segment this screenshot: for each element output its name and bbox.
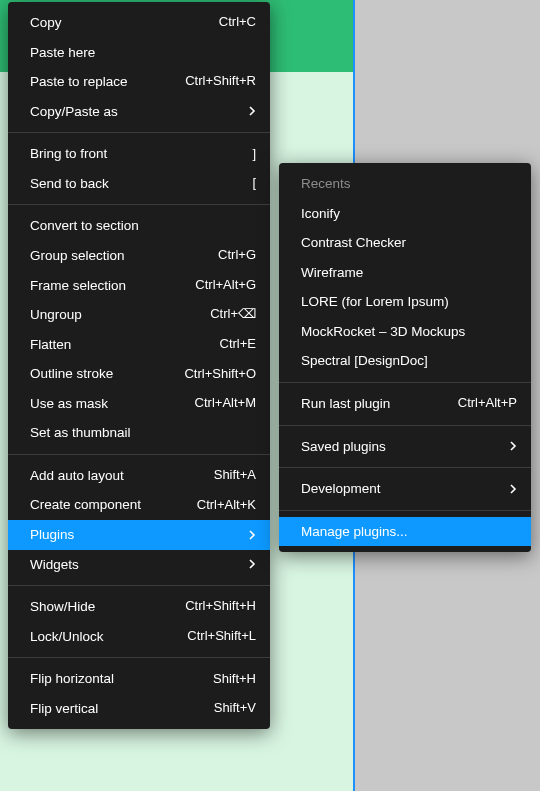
menu-item-flip-vertical[interactable]: Flip verticalShift+V [8, 694, 270, 724]
menu-separator [8, 454, 270, 455]
menu-item-recent[interactable]: LORE (for Lorem Ipsum) [279, 287, 531, 317]
menu-item-use-as-mask[interactable]: Use as maskCtrl+Alt+M [8, 389, 270, 419]
menu-item-add-auto-layout[interactable]: Add auto layoutShift+A [8, 461, 270, 491]
menu-item-lock-unlock[interactable]: Lock/UnlockCtrl+Shift+L [8, 622, 270, 652]
menu-item-label: Copy [30, 13, 201, 33]
menu-separator [8, 204, 270, 205]
menu-item-development[interactable]: Development [279, 474, 531, 504]
menu-item-paste-to-replace[interactable]: Paste to replaceCtrl+Shift+R [8, 67, 270, 97]
menu-item-recent[interactable]: Contrast Checker [279, 228, 531, 258]
menu-item-shortcut: Ctrl+Shift+R [185, 72, 256, 91]
menu-separator [8, 657, 270, 658]
chevron-right-icon [510, 484, 517, 494]
menu-item-send-to-back[interactable]: Send to back[ [8, 169, 270, 199]
menu-item-outline-stroke[interactable]: Outline strokeCtrl+Shift+O [8, 359, 270, 389]
menu-item-label: Paste to replace [30, 72, 167, 92]
menu-item-shortcut: Shift+H [213, 670, 256, 689]
menu-item-label: Paste here [30, 43, 256, 63]
menu-separator [279, 467, 531, 468]
menu-item-shortcut: Shift+V [214, 699, 256, 718]
menu-item-flatten[interactable]: FlattenCtrl+E [8, 330, 270, 360]
menu-item-shortcut: Ctrl+⌫ [210, 305, 256, 324]
menu-item-label: Send to back [30, 174, 234, 194]
menu-item-shortcut: Ctrl+Alt+P [458, 394, 517, 413]
menu-item-label: Flip horizontal [30, 669, 195, 689]
chevron-right-icon [249, 106, 256, 116]
menu-item-label: Saved plugins [301, 437, 492, 457]
menu-separator [8, 585, 270, 586]
menu-item-label: Convert to section [30, 216, 256, 236]
menu-item-label: MockRocket – 3D Mockups [301, 322, 517, 342]
menu-item-label: Bring to front [30, 144, 234, 164]
menu-item-convert-to-section[interactable]: Convert to section [8, 211, 270, 241]
menu-item-label: Manage plugins... [301, 522, 517, 542]
menu-item-label: Development [301, 479, 492, 499]
menu-item-label: Lock/Unlock [30, 627, 169, 647]
menu-item-copy[interactable]: CopyCtrl+C [8, 8, 270, 38]
menu-item-saved-plugins[interactable]: Saved plugins [279, 432, 531, 462]
menu-item-bring-to-front[interactable]: Bring to front] [8, 139, 270, 169]
menu-item-widgets[interactable]: Widgets [8, 550, 270, 580]
menu-item-label: Use as mask [30, 394, 177, 414]
menu-item-recent[interactable]: Spectral [DesignDoc] [279, 346, 531, 376]
menu-item-label: Frame selection [30, 276, 177, 296]
chevron-right-icon [249, 559, 256, 569]
menu-separator [279, 425, 531, 426]
menu-item-label: Set as thumbnail [30, 423, 256, 443]
menu-item-label: LORE (for Lorem Ipsum) [301, 292, 517, 312]
menu-item-frame-selection[interactable]: Frame selectionCtrl+Alt+G [8, 271, 270, 301]
menu-item-flip-horizontal[interactable]: Flip horizontalShift+H [8, 664, 270, 694]
menu-item-label: Ungroup [30, 305, 192, 325]
menu-item-shortcut: Ctrl+Shift+O [184, 365, 256, 384]
menu-item-label: Copy/Paste as [30, 102, 231, 122]
menu-item-ungroup[interactable]: UngroupCtrl+⌫ [8, 300, 270, 330]
menu-separator [8, 132, 270, 133]
menu-item-label: Plugins [30, 525, 231, 545]
menu-separator [279, 382, 531, 383]
menu-item-label: Spectral [DesignDoc] [301, 351, 517, 371]
menu-item-recent[interactable]: MockRocket – 3D Mockups [279, 317, 531, 347]
menu-item-label: Run last plugin [301, 394, 440, 414]
menu-item-label: Group selection [30, 246, 200, 266]
menu-item-label: Show/Hide [30, 597, 167, 617]
menu-item-label: Flatten [30, 335, 202, 355]
menu-item-create-component[interactable]: Create componentCtrl+Alt+K [8, 490, 270, 520]
menu-item-run-last-plugin[interactable]: Run last plugin Ctrl+Alt+P [279, 389, 531, 419]
menu-item-set-as-thumbnail[interactable]: Set as thumbnail [8, 418, 270, 448]
menu-item-shortcut: Shift+A [214, 466, 256, 485]
menu-item-label: Iconify [301, 204, 517, 224]
recents-header: Recents [279, 169, 531, 199]
menu-item-shortcut: Ctrl+G [218, 246, 256, 265]
menu-item-recent[interactable]: Wireframe [279, 258, 531, 288]
menu-item-shortcut: Ctrl+Alt+M [195, 394, 256, 413]
menu-item-recent[interactable]: Iconify [279, 199, 531, 229]
menu-separator [279, 510, 531, 511]
menu-item-label: Wireframe [301, 263, 517, 283]
chevron-right-icon [249, 530, 256, 540]
menu-item-label: Flip vertical [30, 699, 196, 719]
menu-item-shortcut: Ctrl+Shift+H [185, 597, 256, 616]
menu-item-label: Widgets [30, 555, 231, 575]
menu-item-copy-paste-as[interactable]: Copy/Paste as [8, 97, 270, 127]
menu-item-shortcut: [ [252, 174, 256, 193]
menu-item-paste-here[interactable]: Paste here [8, 38, 270, 68]
context-menu-plugins: Recents Iconify Contrast Checker Wirefra… [279, 163, 531, 552]
menu-item-shortcut: Ctrl+Alt+K [197, 496, 256, 515]
menu-item-shortcut: Ctrl+E [220, 335, 256, 354]
menu-item-shortcut: Ctrl+Shift+L [187, 627, 256, 646]
menu-item-show-hide[interactable]: Show/HideCtrl+Shift+H [8, 592, 270, 622]
menu-item-plugins[interactable]: Plugins [8, 520, 270, 550]
menu-item-manage-plugins[interactable]: Manage plugins... [279, 517, 531, 547]
menu-item-label: Outline stroke [30, 364, 166, 384]
menu-item-label: Create component [30, 495, 179, 515]
menu-item-label: Add auto layout [30, 466, 196, 486]
menu-item-shortcut: Ctrl+Alt+G [195, 276, 256, 295]
menu-item-shortcut: ] [252, 145, 256, 164]
menu-item-shortcut: Ctrl+C [219, 13, 256, 32]
menu-item-group-selection[interactable]: Group selectionCtrl+G [8, 241, 270, 271]
menu-item-label: Contrast Checker [301, 233, 517, 253]
context-menu-main: CopyCtrl+CPaste herePaste to replaceCtrl… [8, 2, 270, 729]
chevron-right-icon [510, 441, 517, 451]
